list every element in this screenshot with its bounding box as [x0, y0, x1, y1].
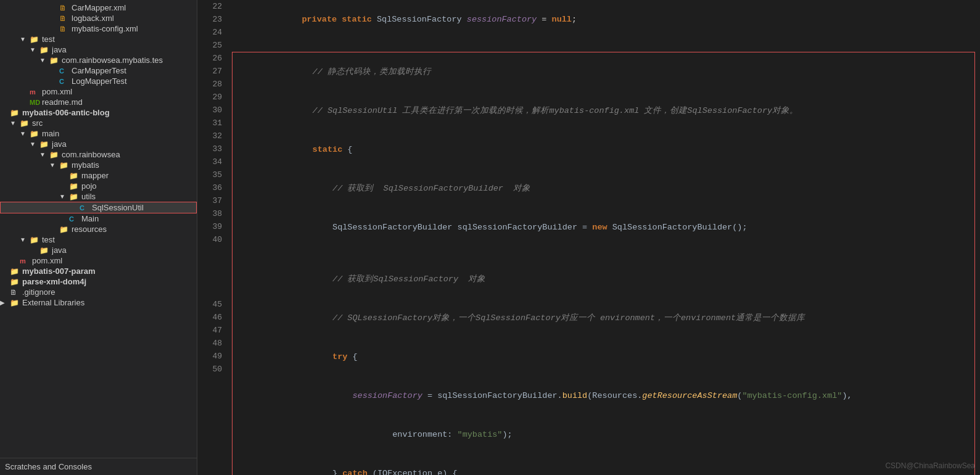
tree-item-carmappertest[interactable]: C CarMapperTest — [0, 65, 197, 76]
code-line-25: // SqlSessionUtil 工具类在进行第一次加载的时候，解析mybat… — [233, 91, 974, 130]
tree-item-mybatis[interactable]: ▼ 📁 mybatis — [0, 160, 197, 170]
tree-item-logmappertest[interactable]: C LogMapperTest — [0, 76, 197, 86]
line-num-48: 48 — [200, 337, 222, 350]
code-line-31: // SQLsessionFactory对象，一个SqlSessionFacto… — [233, 299, 974, 337]
expand-arrow: ▼ — [10, 120, 20, 126]
folder-icon: 📁 — [69, 182, 80, 191]
line-num-38: 38 — [200, 207, 222, 220]
code-line-32: try { — [233, 337, 974, 376]
folder-icon: 📁 — [30, 35, 41, 44]
tree-label: CarMapper.xml — [72, 3, 126, 12]
code-line-35: } catch (IOException e) { — [233, 454, 974, 475]
tree-item-pom-xml[interactable]: m pom.xml — [0, 86, 197, 97]
tree-item-mybatis006[interactable]: 📁 mybatis-006-antic-blog — [0, 107, 197, 118]
line-num-33: 33 — [200, 142, 222, 155]
expand-arrow: ▼ — [20, 130, 30, 137]
tree-item-main[interactable]: ▼ 📁 main — [0, 128, 197, 139]
line-num-23: 23 — [200, 13, 222, 26]
tree-label: com.rainbowsea.mybatis.tes — [62, 56, 163, 65]
tree-item-pom-xml2[interactable]: m pom.xml — [0, 255, 197, 266]
line-num-22: 22 — [200, 0, 222, 13]
tree-item-pojo[interactable]: 📁 pojo — [0, 181, 197, 191]
tree-item-sqlsessionutil[interactable]: C SqlSessionUtil — [0, 202, 197, 213]
tree-label: pom.xml — [32, 256, 62, 265]
tree-label: LogMapperTest — [72, 76, 127, 86]
folder-icon: 📁 — [30, 236, 41, 244]
line-num-46: 46 — [200, 311, 222, 324]
tree-label: SqlSessionUtil — [92, 203, 144, 212]
scratches-label: Scratches and Consoles — [5, 462, 92, 471]
tree-label: mapper — [81, 171, 109, 180]
line-num-36: 36 — [200, 181, 222, 194]
code-line-28: SqlSessionFactoryBuilder sqlSessionFacto… — [233, 208, 974, 247]
folder-icon: 📁 — [69, 171, 80, 180]
tree-item-mapper[interactable]: 📁 mapper — [0, 170, 197, 181]
tree-item-main-class[interactable]: C Main — [0, 213, 197, 224]
line-num-37: 37 — [200, 194, 222, 207]
folder-icon: 📁 — [39, 246, 51, 255]
code-line-29 — [233, 247, 974, 260]
tree-item-mybatis-config-xml[interactable]: 🗎 mybatis-config.xml — [0, 23, 197, 34]
code-line-33: sessionFactory = sqlSessionFactoryBuilde… — [233, 376, 974, 415]
tree-label: readme.md — [42, 97, 83, 107]
tree-item-com-rainbowsea-test[interactable]: ▼ 📁 com.rainbowsea.mybatis.tes — [0, 55, 197, 65]
line-num-32: 32 — [200, 130, 222, 142]
expand-arrow: ▼ — [39, 57, 49, 64]
tree-label: .gitignore — [22, 287, 55, 297]
tree-item-src[interactable]: ▼ 📁 src — [0, 118, 197, 128]
tree-item-utils[interactable]: ▼ 📁 utils — [0, 191, 197, 202]
folder-icon: 📁 — [10, 109, 21, 117]
line-num-39: 39 — [200, 220, 222, 233]
folder-icon: 📁 — [10, 267, 21, 276]
scratches-and-consoles[interactable]: Scratches and Consoles — [0, 458, 197, 475]
code-editor: 22 23 24 25 26 27 28 29 30 31 32 33 34 3… — [197, 0, 980, 475]
line-num-35: 35 — [200, 168, 222, 181]
folder-icon: 📁 — [10, 299, 21, 307]
tree-label: java — [52, 139, 67, 149]
line-num-29: 29 — [200, 91, 222, 104]
expand-arrow: ▼ — [30, 141, 39, 147]
line-num-30: 30 — [200, 104, 222, 117]
line-num-49: 49 — [200, 350, 222, 363]
tree-item-gitignore[interactable]: 🗎 .gitignore — [0, 287, 197, 297]
code-line-26: static { — [233, 130, 974, 169]
tree-item-com-rainbowsea[interactable]: ▼ 📁 com.rainbowsea — [0, 149, 197, 160]
tree-item-test2[interactable]: ▼ 📁 test — [0, 234, 197, 245]
tree-label: mybatis-006-antic-blog — [22, 108, 110, 117]
tree-item-carpermapper-xml[interactable]: 🗎 CarMapper.xml — [0, 2, 197, 13]
code-lines-container[interactable]: private static SqlSessionFactory session… — [227, 0, 980, 475]
tree-item-external-libraries[interactable]: ▶ 📁 External Libraries — [0, 297, 197, 308]
line-numbers: 22 23 24 25 26 27 28 29 30 31 32 33 34 3… — [197, 0, 227, 475]
tree-item-mybatis007[interactable]: 📁 mybatis-007-param — [0, 266, 197, 276]
code-line-23 — [232, 39, 975, 52]
line-num-25: 25 — [200, 39, 222, 52]
class-icon: C — [59, 67, 70, 75]
pom-icon: m — [30, 88, 41, 96]
class-icon: C — [59, 78, 70, 85]
folder-icon: 📁 — [49, 56, 60, 65]
tree-item-parse-xml-dom4j[interactable]: 📁 parse-xml-dom4j — [0, 276, 197, 287]
tree-item-readme[interactable]: MD readme.md — [0, 97, 197, 107]
line-num-28: 28 — [200, 78, 222, 91]
tree-item-resources[interactable]: 📁 resources — [0, 224, 197, 234]
tree-label: Main — [81, 214, 99, 223]
line-num-31: 31 — [200, 117, 222, 130]
tree-label: com.rainbowsea — [62, 150, 120, 159]
tree-item-java2[interactable]: 📁 java — [0, 245, 197, 255]
folder-icon: 📁 — [59, 225, 70, 234]
tree-item-logback-xml[interactable]: 🗎 logback.xml — [0, 13, 197, 23]
line-num-47: 47 — [200, 324, 222, 337]
tree-item-test[interactable]: ▼ 📁 test — [0, 34, 197, 44]
tree-item-java-test[interactable]: ▼ 📁 java — [0, 44, 197, 55]
tree-label: utils — [81, 192, 96, 201]
line-num-26: 26 — [200, 52, 222, 65]
class-icon: C — [69, 215, 80, 223]
tree-item-java-main[interactable]: ▼ 📁 java — [0, 139, 197, 149]
tree-label: parse-xml-dom4j — [22, 277, 86, 286]
code-line-22: private static SqlSessionFactory session… — [232, 0, 975, 39]
pom-icon: m — [20, 257, 31, 265]
file-tree[interactable]: 🗎 CarMapper.xml 🗎 logback.xml 🗎 mybatis-… — [0, 0, 197, 475]
line-num-40: 40 — [200, 233, 222, 246]
line-num-45: 45 — [200, 298, 222, 311]
tree-label: mybatis-config.xml — [72, 24, 138, 33]
